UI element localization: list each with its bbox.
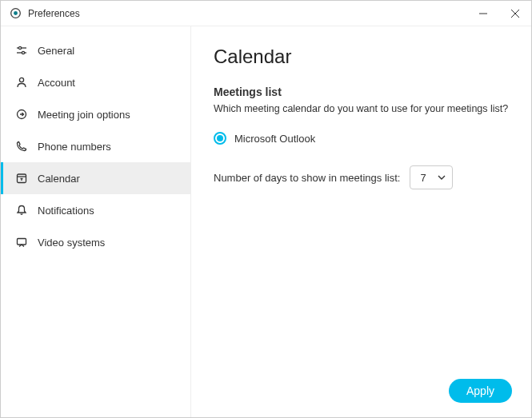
svg-point-6 (18, 46, 21, 49)
sidebar-item-account[interactable]: Account (1, 66, 190, 98)
app-icon (9, 7, 22, 20)
footer: Apply (449, 379, 512, 403)
days-select[interactable]: 7 (410, 165, 453, 189)
radio-label: Microsoft Outlook (234, 133, 315, 145)
arrow-circle-icon (15, 108, 28, 121)
radio-icon (214, 132, 226, 145)
svg-point-1 (14, 11, 18, 15)
person-icon (15, 76, 28, 89)
sidebar-item-label: Notifications (38, 205, 94, 217)
days-field-row: Number of days to show in meetings list:… (214, 165, 509, 189)
sidebar-item-calendar[interactable]: Calendar (1, 162, 190, 194)
sidebar-item-label: General (38, 45, 74, 57)
days-label: Number of days to show in meetings list: (214, 172, 400, 184)
sidebar-item-label: Calendar (38, 173, 80, 185)
apply-button[interactable]: Apply (449, 379, 512, 403)
radio-microsoft-outlook[interactable]: Microsoft Outlook (214, 132, 509, 145)
sliders-icon (15, 44, 28, 57)
sidebar-item-phone[interactable]: Phone numbers (1, 130, 190, 162)
svg-rect-15 (18, 239, 26, 245)
sidebar-item-label: Account (38, 77, 75, 89)
bell-icon (15, 204, 28, 217)
main-panel: Calendar Meetings list Which meeting cal… (191, 26, 531, 417)
chevron-down-icon (438, 175, 446, 180)
close-button[interactable] (499, 1, 531, 26)
window-controls (467, 1, 531, 26)
svg-point-9 (19, 78, 23, 82)
video-system-icon (15, 236, 28, 249)
calendar-icon (15, 172, 28, 185)
sidebar-item-label: Phone numbers (38, 141, 111, 153)
sidebar-item-meeting-join[interactable]: Meeting join options (1, 98, 190, 130)
sidebar-item-general[interactable]: General (1, 34, 190, 66)
titlebar: Preferences (1, 1, 531, 26)
page-title: Calendar (214, 46, 509, 68)
svg-point-8 (22, 51, 24, 54)
sidebar: General Account Meeting join options (1, 26, 191, 417)
sidebar-item-label: Meeting join options (38, 109, 130, 121)
phone-icon (15, 140, 28, 153)
days-value: 7 (420, 172, 426, 184)
section-title: Meetings list (214, 86, 509, 98)
sidebar-item-label: Video systems (38, 237, 105, 249)
minimize-button[interactable] (467, 1, 499, 26)
sidebar-item-video-systems[interactable]: Video systems (1, 226, 190, 258)
window-title: Preferences (28, 8, 80, 19)
sidebar-item-notifications[interactable]: Notifications (1, 194, 190, 226)
section-description: Which meeting calendar do you want to us… (214, 103, 509, 114)
